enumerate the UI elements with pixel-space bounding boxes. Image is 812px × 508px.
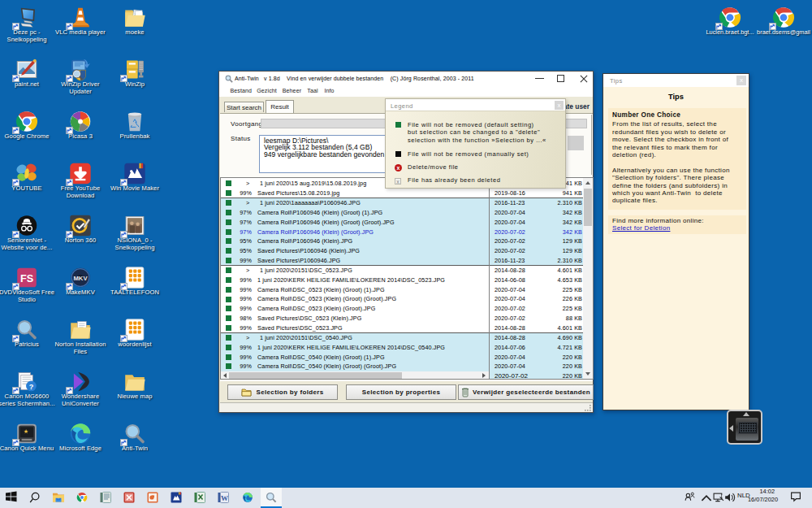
svg-text:W: W bbox=[221, 494, 228, 502]
svg-text:?: ? bbox=[29, 383, 34, 391]
svg-text:FS: FS bbox=[20, 273, 33, 284]
svg-text:MKV: MKV bbox=[73, 275, 88, 282]
